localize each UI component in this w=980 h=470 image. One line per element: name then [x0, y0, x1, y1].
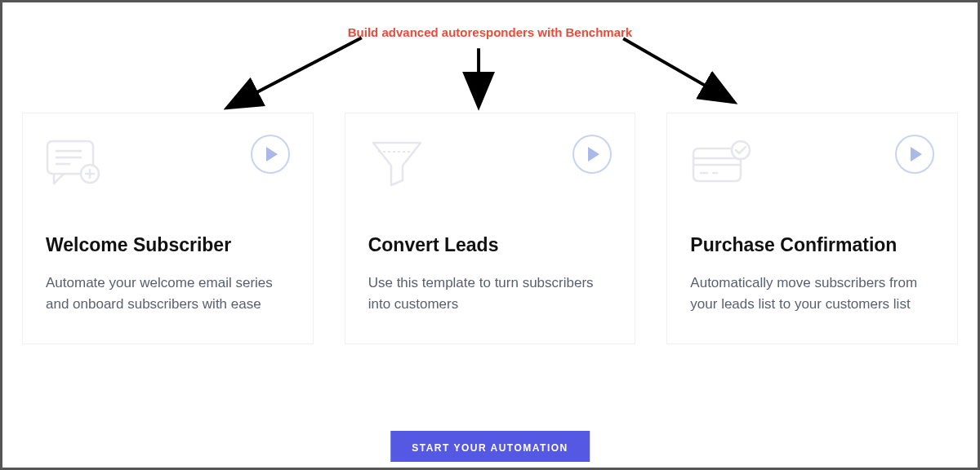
- chat-plus-icon: [46, 135, 111, 192]
- card-check-icon: [690, 135, 755, 192]
- play-button[interactable]: [895, 135, 934, 174]
- svg-line-3: [623, 38, 732, 101]
- card-title: Purchase Confirmation: [690, 234, 934, 256]
- start-automation-button[interactable]: START YOUR AUTOMATION: [390, 431, 590, 462]
- play-icon: [588, 147, 599, 162]
- svg-line-1: [229, 38, 362, 107]
- funnel-icon: [368, 135, 434, 192]
- play-icon: [266, 147, 278, 162]
- svg-point-17: [732, 141, 750, 159]
- card-title: Welcome Subscriber: [46, 234, 290, 256]
- annotation-title: Build advanced autoresponders with Bench…: [348, 25, 632, 39]
- card-header: [368, 135, 612, 200]
- template-card-welcome[interactable]: Welcome Subscriber Automate your welcome…: [22, 113, 314, 344]
- card-description: Automatically move subscribers from your…: [690, 273, 934, 316]
- card-header: [690, 135, 934, 200]
- play-button[interactable]: [251, 135, 290, 174]
- template-cards-container: Welcome Subscriber Automate your welcome…: [22, 113, 958, 344]
- play-button[interactable]: [572, 135, 612, 174]
- card-description: Automate your welcome email series and o…: [46, 273, 290, 316]
- play-icon: [911, 147, 922, 162]
- template-card-convert[interactable]: Convert Leads Use this template to turn …: [345, 113, 636, 344]
- card-title: Convert Leads: [368, 234, 612, 256]
- card-description: Use this template to turn subscribers in…: [368, 273, 612, 316]
- template-card-purchase[interactable]: Purchase Confirmation Automatically move…: [666, 113, 958, 344]
- card-header: [46, 135, 290, 200]
